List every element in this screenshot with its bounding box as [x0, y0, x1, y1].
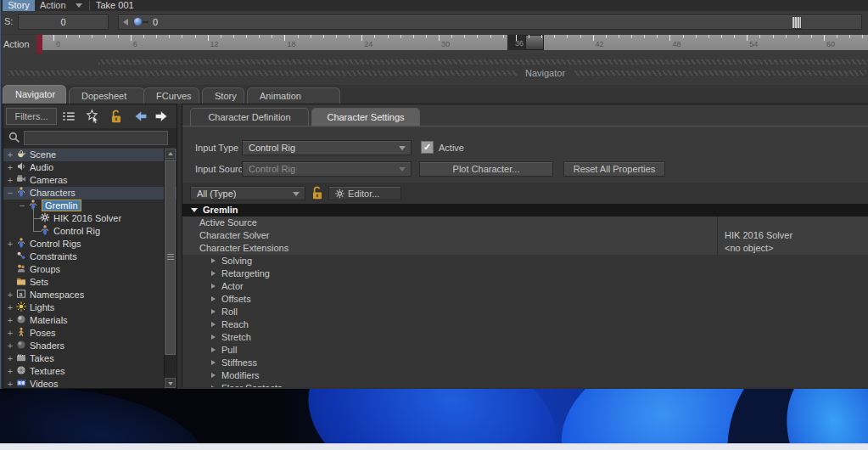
type-filter-dropdown[interactable]: All (Type) — [190, 186, 305, 200]
tree-item-groups[interactable]: Groups — [3, 263, 176, 276]
expand-triangle-icon[interactable] — [211, 271, 216, 276]
expand-triangle-icon[interactable] — [211, 309, 216, 314]
tab-story[interactable]: Story — [202, 87, 244, 104]
prev-key-icon[interactable] — [123, 19, 128, 25]
tree-expander[interactable]: + — [5, 149, 15, 161]
tree-item-cameras[interactable]: +Cameras — [3, 174, 176, 187]
expand-triangle-icon[interactable] — [211, 335, 216, 340]
property-group-roll[interactable]: Roll — [182, 306, 868, 318]
tree-expander[interactable]: + — [5, 289, 15, 301]
lock-open-icon[interactable] — [310, 185, 325, 200]
tree-item-shaders[interactable]: +Shaders — [3, 340, 176, 352]
input-source-dropdown[interactable]: Control Rig — [242, 161, 412, 177]
plot-character-button[interactable]: Plot Character... — [419, 161, 553, 177]
character-properties-header[interactable]: Gremlin — [182, 204, 868, 217]
divider-hatch[interactable] — [8, 70, 866, 76]
tab-dopesheet[interactable]: Dopesheet — [69, 87, 145, 104]
action-mode-button[interactable]: Action — [40, 0, 66, 11]
tree-item-takes[interactable]: +Takes — [3, 352, 176, 365]
tree-expander[interactable]: + — [5, 378, 15, 388]
scroll-up-button[interactable] — [165, 149, 176, 159]
tree-expander[interactable]: + — [5, 174, 15, 187]
expand-triangle-icon[interactable] — [211, 385, 216, 387]
tree-expander[interactable]: + — [5, 365, 15, 378]
tree-expander[interactable]: − — [17, 200, 27, 212]
property-group-floor-contacts[interactable]: Floor Contacts — [182, 382, 868, 387]
keyframe-dot-icon[interactable] — [134, 18, 142, 25]
tree-item-lights[interactable]: +Lights — [3, 301, 176, 314]
story-mode-button[interactable]: Story — [3, 0, 35, 11]
property-group-stiffness[interactable]: Stiffness — [182, 357, 868, 369]
expand-triangle-icon[interactable] — [211, 258, 216, 263]
editor-button[interactable]: Editor... — [328, 186, 401, 200]
slider-grip[interactable] — [792, 16, 802, 29]
scroll-thumb[interactable] — [165, 160, 176, 355]
action-track-label[interactable]: Action — [1, 35, 36, 53]
expand-triangle-icon[interactable] — [211, 284, 216, 289]
search-input[interactable] — [24, 131, 168, 145]
reset-all-properties-button[interactable]: Reset All Properties — [563, 161, 665, 177]
timeline-slider[interactable]: 0 — [118, 14, 862, 30]
tree-item-namespaces[interactable]: +aNamespaces — [3, 289, 176, 301]
tree-item-constraints[interactable]: Constraints — [3, 250, 176, 263]
property-row-character-solver[interactable]: Character SolverHIK 2016 Solver — [182, 229, 868, 242]
tab-fcurves[interactable]: FCurves — [143, 87, 199, 104]
property-group-reach[interactable]: Reach — [182, 318, 868, 331]
expand-triangle-icon[interactable] — [211, 347, 216, 352]
tree-item-sets[interactable]: Sets — [3, 276, 176, 289]
back-arrow-icon[interactable] — [133, 109, 148, 124]
tree-expander[interactable]: − — [5, 187, 15, 200]
list-view-icon[interactable] — [61, 109, 76, 124]
property-row-character-extensions[interactable]: Character Extensions<no object> — [182, 242, 868, 255]
taskbar[interactable] — [0, 443, 868, 450]
tree-expander[interactable]: + — [5, 314, 15, 327]
tree-item-materials[interactable]: +Materials — [3, 314, 176, 327]
active-checkbox[interactable]: ✓ — [421, 141, 434, 154]
property-group-solving[interactable]: Solving — [182, 255, 868, 267]
property-row-active-source[interactable]: Active Source — [182, 217, 868, 229]
property-group-actor[interactable]: Actor — [182, 280, 868, 293]
current-frame-field[interactable]: 0 — [153, 15, 158, 29]
tree-expander[interactable]: + — [5, 238, 15, 250]
property-group-stretch[interactable]: Stretch — [182, 331, 868, 344]
tree-item-videos[interactable]: +Videos — [3, 378, 176, 388]
expand-triangle-icon[interactable] — [211, 360, 216, 365]
lock-open-icon[interactable] — [109, 109, 124, 124]
tree-item-control-rig[interactable]: Control Rig — [3, 225, 176, 238]
divider-hatch[interactable] — [98, 59, 868, 65]
tree-item-hik-2016-solver[interactable]: HIK 2016 Solver — [3, 212, 176, 225]
expand-triangle-icon[interactable] — [211, 322, 216, 327]
property-group-offsets[interactable]: Offsets — [182, 293, 868, 306]
expand-triangle-icon[interactable] — [211, 373, 216, 378]
tab-character-definition[interactable]: Character Definition — [190, 108, 309, 127]
tree-expander[interactable]: + — [5, 161, 15, 174]
tree-item-characters[interactable]: −Characters — [3, 187, 176, 200]
tab-character-settings[interactable]: Character Settings — [311, 108, 420, 127]
property-group-retargeting[interactable]: Retargeting — [182, 267, 868, 280]
tree-item-control-rigs[interactable]: +Control Rigs — [3, 238, 176, 250]
tree-expander[interactable]: + — [5, 301, 15, 314]
property-value[interactable]: HIK 2016 Solver — [717, 229, 792, 242]
star-cursor-icon[interactable] — [85, 109, 100, 124]
expand-triangle-icon[interactable] — [211, 296, 216, 301]
input-type-dropdown[interactable]: Control Rig — [242, 140, 412, 155]
collapse-triangle-icon[interactable] — [191, 208, 198, 212]
tree-item-textures[interactable]: +Textures — [3, 365, 176, 378]
timeline-ruler[interactable]: 36 061218243042485460 — [42, 35, 868, 50]
tree-item-gremlin[interactable]: −Gremlin — [3, 200, 176, 212]
tree-item-audio[interactable]: +Audio — [3, 161, 176, 174]
property-group-modifiers[interactable]: Modifiers — [182, 369, 868, 382]
tree-expander[interactable]: + — [5, 352, 15, 365]
tree-scrollbar[interactable] — [164, 149, 176, 388]
scroll-down-button[interactable] — [165, 378, 176, 388]
property-value[interactable]: <no object> — [717, 242, 774, 255]
tree-item-scene[interactable]: +Scene — [3, 149, 176, 161]
tree-item-poses[interactable]: +Poses — [3, 327, 176, 340]
forward-arrow-icon[interactable] — [154, 109, 169, 124]
mode-dropdown-caret-icon[interactable] — [76, 3, 82, 8]
tree-expander[interactable]: + — [5, 327, 15, 340]
take-selector[interactable]: Take 001 — [96, 0, 134, 11]
story-frame-field[interactable]: 0 — [18, 14, 109, 30]
property-group-pull[interactable]: Pull — [182, 344, 868, 357]
filters-button[interactable]: Filters... — [6, 108, 57, 125]
